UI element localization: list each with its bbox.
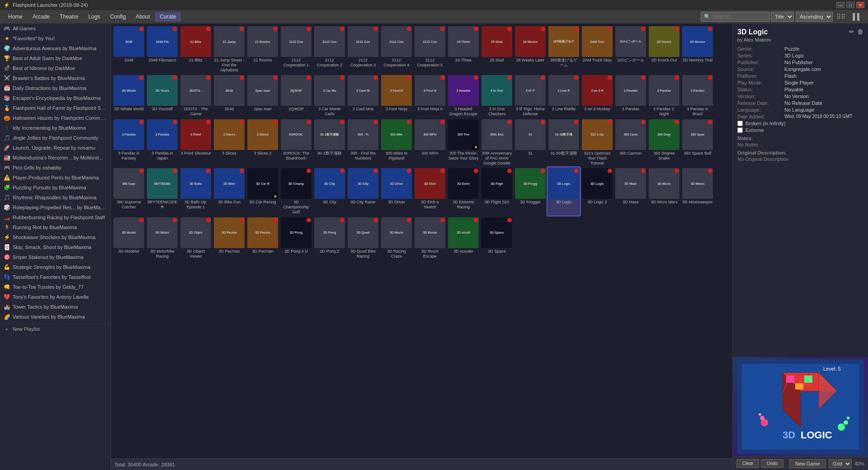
game-cell-47[interactable]: 300 The 🔒300 The Movie: Seize Your Glory [447, 118, 480, 166]
game-cell-60[interactable]: 3D Champ3D Championship Golf [280, 167, 312, 215]
sort-field-select[interactable]: Title [771, 12, 794, 22]
sidebar-playlist-20[interactable]: ⚡Shockwave Shockers by BlueMaxima [0, 232, 110, 242]
menu-about[interactable]: About [131, 12, 154, 22]
sidebar-playlist-8[interactable]: 🎃Halloween Haunts by Flashpoint Communit… [0, 113, 110, 123]
menu-home[interactable]: Home [4, 12, 27, 22]
game-cell-37[interactable]: 3 Pandas3 Pandas in Fantasy [113, 118, 145, 166]
game-cell-28[interactable]: 3 Foot N3 Foot Ninja II [414, 74, 446, 118]
minimize-button[interactable]: — [836, 2, 844, 8]
game-cell-45[interactable]: 300 Mile300 Miles to Pigsland [380, 118, 413, 166]
game-cell-58[interactable]: 3D Bike 3D Bike Fun [213, 167, 245, 215]
game-cell-34[interactable]: 3 Pandas3 Pandas [614, 74, 647, 118]
sidebar-playlist-12[interactable]: 🏭Molleindustria's Recomm... by Molleind.… [0, 153, 110, 163]
sidebar-playlist-9[interactable]: ↑Idly Incrementing by BlueMaxima [0, 123, 110, 133]
game-cell-22[interactable]: 2K402K40 [213, 74, 245, 118]
game-cell-72[interactable]: 3D Mines3D Minesweeper [681, 167, 714, 215]
sidebar-playlist-22[interactable]: 🎯Sniper Stakeout by BlueMaxima [0, 252, 110, 262]
game-cell-51[interactable]: 321's Op321's Optimize Your Flash Tutori… [581, 118, 613, 166]
clear-button[interactable]: Clear [736, 459, 759, 468]
sidebar-playlist-23[interactable]: 💪Strategic Strengths by BlueMaxima [0, 262, 110, 272]
game-cell-3[interactable]: 21 Blitz21 Blitz [179, 25, 212, 73]
sidebar-playlist-26[interactable]: ❤️Tony's Favorites by Antony Lavelle [0, 292, 110, 302]
sidebar-all-games[interactable]: 🎮 All Games [0, 24, 110, 33]
game-cell-68[interactable]: 3D Logic3D Logic [547, 167, 580, 215]
game-cell-9[interactable]: 2112 Coo2112 Cooperation 4 [380, 25, 413, 73]
game-cell-50[interactable]: 31-50数字漫31-50数字漫験 [547, 118, 580, 166]
menu-arcade[interactable]: Arcade [28, 12, 54, 22]
sidebar-playlist-19[interactable]: 🏃Running Riot by BlueMaxima [0, 222, 110, 232]
sidebar-playlist-11[interactable]: 🚀Launch, Upgrade, Repeat by nosamu [0, 143, 110, 153]
undo-button[interactable]: Undo [761, 459, 783, 468]
game-cell-4[interactable]: 21 Jump 21 Jump Street - Find the Alphab… [213, 25, 245, 73]
search-box[interactable]: 🔍 [701, 12, 770, 22]
sidebar-playlist-4[interactable]: ⚔️Brawler's Battles by BlueMaxima [0, 73, 110, 83]
sidebar-playlist-27[interactable]: 🏰Tower Tactics by BlueMaxima [0, 302, 110, 312]
toolbar-icon-2[interactable]: ▌▌ [850, 12, 864, 21]
sidebar-playlist-15[interactable]: 🧩Puzzling Pursuits by BlueMaxima [0, 183, 110, 193]
game-cell-8[interactable]: 2112 Coo2112 Cooperation 3 [347, 25, 379, 73]
game-cell-65[interactable]: 3D Extre3D Extreme Racing [447, 167, 480, 215]
game-cell-71[interactable]: 3D Micro3D Micro Wars [648, 167, 680, 215]
game-cell-43[interactable]: 30-1数字漫験30-1数字漫験 [313, 118, 346, 166]
game-cell-24[interactable]: 2QWOP2QWOP [280, 74, 312, 118]
game-cell-55[interactable]: 360 Supr360 Supreme Catcher [113, 167, 145, 215]
game-cell-38[interactable]: 3 Pandas3 Pandas in Japan [146, 118, 179, 166]
game-cell-79[interactable]: 3D Pong 3D Pong Z [313, 216, 346, 260]
sidebar-playlist-0[interactable]: ★*Favorites* by You! [0, 33, 110, 43]
sidebar-playlist-28[interactable]: 🌈Various Varieties by BlueMaxima [0, 312, 110, 322]
game-cell-7[interactable]: 2112 Coo2112 Cooperation 2 [313, 25, 346, 73]
game-cell-57[interactable]: 3D Balls3D Balls Up: Episode 1 [179, 167, 212, 215]
sort-order-select[interactable]: Ascending [796, 12, 833, 22]
edit-game-button[interactable]: ✏ [849, 28, 854, 35]
game-cell-49[interactable]: 3131 [514, 118, 547, 166]
game-cell-23[interactable]: 2pac man2pac man [246, 74, 279, 118]
game-cell-35[interactable]: 3 Pandas3 Pandas 2: Night [648, 74, 680, 118]
game-cell-70[interactable]: 3D Maze3D Maze [614, 167, 647, 215]
game-cell-64[interactable]: 3D Etch 3D Etch a Sketch [414, 167, 446, 215]
close-button[interactable]: ✕ [856, 2, 864, 8]
game-cell-83[interactable]: 3D scoot3D scooter [447, 216, 480, 260]
game-cell-26[interactable]: 3 Card M3 Card Moe [347, 74, 379, 118]
sidebar-playlist-5[interactable]: 📅Daily Distractions by BlueMaxima [0, 83, 110, 93]
game-cell-33[interactable]: 3 on 3 H3 on 3 Hockey [581, 74, 613, 118]
game-cell-27[interactable]: 3 Foot N3 Foot Ninja [380, 74, 413, 118]
game-cell-1[interactable]: 20482048 [113, 25, 145, 73]
game-cell-67[interactable]: 3D Frogg3D Frogger [514, 167, 547, 215]
game-cell-21[interactable]: 2DOTS - 2DOTS - The Game [179, 74, 212, 118]
search-input[interactable] [712, 14, 767, 20]
game-cell-13[interactable]: 28 Weeks28 Weeks Later [514, 25, 547, 73]
game-cell-17[interactable]: 2D Knock2D Knock-Out [648, 25, 680, 73]
sidebar-playlist-10[interactable]: 🎵Jingle Jollies by Flashpoint Community [0, 133, 110, 143]
game-cell-74[interactable]: 3D Motor3D Motorbike Racing [146, 216, 179, 260]
sidebar-playlist-14[interactable]: ⚠️Player-Produced Perils by BlueMaxima [0, 173, 110, 183]
game-cell-56[interactable]: 3BYTEENK3BYTEENKODER [146, 167, 179, 215]
game-cell-77[interactable]: 3D Pacma3D Pacman [246, 216, 279, 260]
sidebar-playlist-3[interactable]: 💣Best of Nitrome by DarkMoe [0, 63, 110, 73]
sidebar-playlist-21[interactable]: 🃏Skip, Smack, Shoot by BlueMaxima [0, 242, 110, 252]
game-cell-46[interactable]: 300 MPH300 MPH [414, 118, 446, 166]
game-cell-54[interactable]: 360 Spac360 Space Ball [681, 118, 714, 166]
game-cell-39[interactable]: 3 Point 3 Point Shootout [179, 118, 212, 166]
game-cell-5[interactable]: 21 Rooms21 Rooms [246, 25, 279, 73]
game-cell-12[interactable]: 25 Stud25 Stud [481, 25, 513, 73]
game-cell-20[interactable]: 2D Yours2D Yourself [146, 74, 179, 118]
sidebar-playlist-24[interactable]: 👣Tasselfoot's Favorites by Tasselfoot [0, 272, 110, 282]
game-cell-14[interactable]: 285発達げるゲ285発達げるゲーム [547, 25, 580, 73]
game-cell-82[interactable]: 3D Room 3D Room Escape [414, 216, 446, 260]
game-grid[interactable]: 204820482048 Fib2048 Fibonacci21 Blitz21… [111, 24, 732, 458]
menu-theatre[interactable]: Theatre [55, 12, 83, 22]
menu-config[interactable]: Config [105, 12, 130, 22]
game-cell-66[interactable]: 3D Fligh3D Flight Sim [481, 167, 513, 215]
game-cell-53[interactable]: 360 Degr360 Degree Snake [648, 118, 680, 166]
game-cell-62[interactable]: 3D City 3D City Racer [347, 167, 379, 215]
sidebar-playlist-6[interactable]: 📚Escaper's Encyclopedia by BlueMaxima [0, 93, 110, 103]
sidebar-playlist-18[interactable]: 🏎️Rubberburning Racing by Flashpoint Sta… [0, 212, 110, 222]
sidebar-playlist-2[interactable]: 🏆Best of Adult Swim by DarkMoe [0, 53, 110, 63]
game-cell-61[interactable]: 3D City3D City [313, 167, 346, 215]
game-cell-48[interactable]: 30th Ann30th Anniversary of PAC-MAN Goog… [481, 118, 513, 166]
window-controls[interactable]: — □ ✕ [836, 2, 864, 8]
game-cell-42[interactable]: 3OROCK: 3OROCK: The Boardroom [280, 118, 312, 166]
game-cell-41[interactable]: 3 Slices3 Slices 2 [246, 118, 279, 166]
game-cell-18[interactable]: 2D Memor2D Memory Trial [681, 25, 714, 73]
game-cell-2[interactable]: 2048 Fib2048 Fibonacci [146, 25, 179, 73]
